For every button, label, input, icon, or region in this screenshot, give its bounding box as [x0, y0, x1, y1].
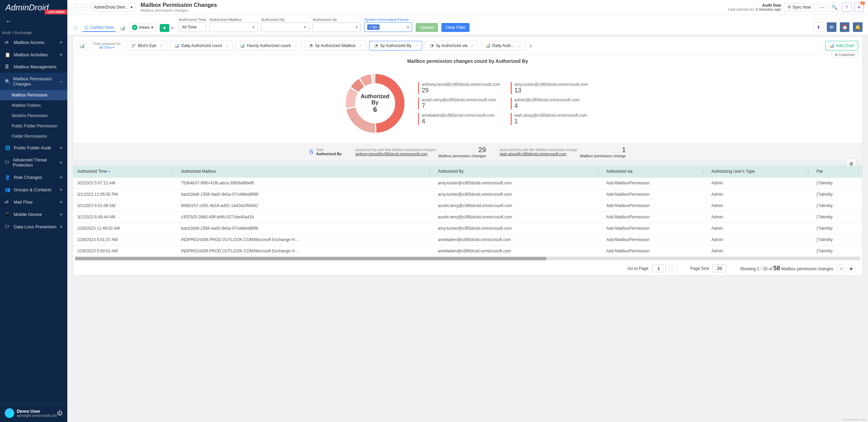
column-header[interactable]: Authorized By⋮ — [434, 166, 602, 178]
sidebar-subitem[interactable]: Folder Permissions — [0, 131, 67, 141]
chart-tab[interactable]: ◔by Authorized Mailbox⤢ — [304, 41, 366, 50]
auth-via-select[interactable]: ▾ — [313, 22, 361, 32]
column-header[interactable]: Authorized Mailbox⋮ — [177, 166, 434, 178]
auth-by-select[interactable]: ▾ — [261, 22, 309, 32]
column-menu-icon[interactable]: ⋮ — [596, 169, 600, 174]
sys-gen-label[interactable]: System-Generated Events — [364, 18, 412, 22]
table-cell: 3/1/2023 6:49:44 AM — [73, 212, 177, 223]
pagesize-input[interactable] — [712, 264, 726, 272]
goto-submit-icon[interactable]: ← — [669, 265, 677, 272]
table-row[interactable]: 2/28/2023 11:49:02 AMbacb2bb8-1558-4ad3-… — [73, 223, 862, 234]
sidebar-item[interactable]: 📱Mobile Device+ — [0, 208, 67, 220]
sidebar-item[interactable]: 🛡Data Loss Prevention+ — [0, 220, 67, 233]
badge: 5 — [860, 1, 865, 5]
min-user-link[interactable]: leah.alsop@o365droid.onmicrosoft.com — [500, 152, 577, 156]
page-prev-icon[interactable]: ◀ — [837, 265, 844, 272]
ai-icon[interactable]: ✦5 — [854, 2, 864, 12]
max-user-link[interactable]: anthony.bond@o365droid.onmicrosoft.com — [356, 152, 436, 156]
sidebar-item[interactable]: 👤Role Changes+ — [0, 171, 67, 183]
help-icon[interactable]: ? — [842, 2, 852, 12]
column-header[interactable]: Par⋮ — [812, 166, 862, 178]
bar-icon[interactable]: 📊 — [120, 25, 125, 31]
caret-down-icon[interactable]: ▾ — [170, 25, 175, 31]
chart-tab[interactable]: ◔by Authorized via⤢ — [425, 41, 478, 50]
sidebar-item[interactable]: 📋Mailbox Activities+ — [0, 48, 67, 61]
sidebar-subitem[interactable]: SendAs Permission — [0, 111, 67, 121]
nav-icon: 📋 — [5, 52, 11, 57]
sidebar-item[interactable]: 🗄Mailbox Management — [0, 61, 67, 73]
sidebar-subitem[interactable]: Mailbox Permission — [0, 90, 67, 100]
nav-label: Mailbox Activities — [14, 52, 48, 57]
alarm-icon[interactable]: ⏰ — [840, 22, 849, 32]
views-dropdown[interactable]: 4 Views ▾ — [129, 23, 156, 32]
column-menu-icon[interactable]: ⋮ — [806, 169, 810, 174]
column-menu-icon[interactable]: ⋮ — [171, 169, 175, 174]
combo-view-tab[interactable]: ◫ Combo View — [82, 24, 116, 32]
bell-icon[interactable]: 🔔 — [853, 22, 863, 32]
horizontal-scrollbar[interactable] — [75, 257, 860, 260]
power-icon[interactable]: ⏻ — [57, 410, 63, 416]
legend-item: anthony.bond@o365droid.onmicrosoft.com29 — [418, 82, 500, 94]
auth-time-select[interactable]: All Time — [179, 22, 206, 32]
customize-button[interactable]: ⚙ Customize — [832, 52, 858, 58]
doc-icon[interactable]: 📄 — [73, 25, 78, 31]
sidebar-item[interactable]: ⇄Mailbox Access+ — [0, 36, 67, 48]
views-count-badge: 4 — [132, 25, 137, 30]
table-row[interactable]: 3/1/2023 6:49:44 AMc3f37b2f-2680-40ff-bf… — [73, 212, 862, 223]
column-header[interactable]: Authorized Time▾⋮ — [73, 166, 177, 178]
mail-icon[interactable]: ✉ — [827, 22, 836, 32]
download-icon[interactable]: ⬇ — [814, 22, 823, 32]
nav-icon: ⇄ — [5, 199, 11, 205]
org-selector[interactable]: AdminDroid Dem… ▾ — [91, 3, 136, 11]
nav-back-icon[interactable]: ‹ — [71, 4, 78, 11]
chart-type-icon[interactable]: 📊 — [77, 41, 87, 50]
table-row[interactable]: 3/1/2023 12:05:50 PMbacb2bb8-1558-4ad3-9… — [73, 189, 862, 200]
nav-forward-icon[interactable]: › — [81, 4, 88, 11]
sync-now-button[interactable]: ⟳ Sync Now — [784, 3, 815, 11]
expand-icon: + — [60, 145, 63, 150]
tabs-next-icon[interactable]: › — [528, 42, 533, 49]
chart-tab-icon: ◔ — [429, 43, 434, 48]
table-row[interactable]: 2/28/2023 5:01:07 AMINDPR01A009.PROD.OUT… — [73, 234, 862, 246]
total-count: 6 — [309, 148, 313, 156]
search-icon[interactable]: 🔍 — [830, 2, 839, 12]
add-chart-button[interactable]: 📊 Add Chart — [825, 41, 858, 50]
sidebar-subitem[interactable]: Public Folder Permission — [0, 121, 67, 131]
scrollbar-thumb[interactable] — [75, 257, 546, 260]
table-row[interactable]: 3/1/2023 6:51:06 AM6fd60157-c091-4b18-ad… — [73, 200, 862, 212]
chart-tab-icon: ◔ — [374, 43, 379, 48]
sidebar-item[interactable]: 🛡Advanced Threat Protection+ — [0, 154, 67, 171]
table-cell: {"Identity — [812, 200, 862, 212]
column-header[interactable]: Authorizing User's Type⋮ — [707, 166, 812, 178]
column-menu-icon[interactable]: ⋮ — [701, 169, 705, 174]
chart-tab[interactable]: 📊Daily Authorized count⤢ — [170, 41, 233, 50]
chart-tab[interactable]: 🕊Bird's Eye⤢ — [127, 41, 167, 50]
chart-tab[interactable]: 📊Daily Auth…⤢ — [481, 41, 526, 50]
more-button[interactable]: ⋯ — [818, 3, 827, 12]
column-menu-icon[interactable]: ⋮ — [856, 169, 860, 174]
sidebar-item[interactable]: 🔍Mailbox Permission Changes– — [0, 73, 67, 90]
chart-tab[interactable]: ◔by Authorized By⤢ — [369, 41, 422, 50]
sidebar-item[interactable]: ⇄Mail Flow+ — [0, 196, 67, 208]
column-menu-icon[interactable]: ⋮ — [428, 169, 432, 174]
nav-label: Role Changes — [14, 175, 42, 180]
chart-tab[interactable]: 📊Hourly Authorized count⤢ — [236, 41, 301, 50]
sidebar-item[interactable]: 🌐Public Folder Audit+ — [0, 141, 67, 154]
sidebar-subitem[interactable]: Mailbox Folders — [0, 100, 67, 111]
clear-filter-button[interactable]: Clear Filter — [441, 23, 470, 32]
filter-chip-no[interactable]: × No — [367, 24, 380, 30]
expand-icon: + — [60, 187, 63, 192]
chart-summary: 6 Total Authorized By Authorized By with… — [73, 143, 862, 161]
filter-funnel-button[interactable]: ▼ — [160, 24, 170, 32]
auth-mailbox-select[interactable]: ▾ — [210, 22, 258, 32]
table-row[interactable]: 3/2/2023 5:07:21 AM753b4b37-f890-41fb-ad… — [73, 178, 862, 189]
goto-page-input[interactable] — [652, 264, 666, 272]
column-header[interactable]: Authorized via⋮ — [602, 166, 707, 178]
back-icon[interactable]: ← — [0, 14, 67, 29]
audit-data-label: Audit Data — [728, 3, 781, 7]
page-next-icon[interactable]: ▶ — [848, 265, 855, 272]
sys-gen-select[interactable]: × No ▾ — [364, 22, 412, 32]
sidebar-item[interactable]: 👥Groups & Contacts+ — [0, 183, 67, 196]
chart-title: Mailbox permission changes count by Auth… — [73, 55, 862, 67]
table-row[interactable]: 2/28/2023 5:00:01 AMINDPR01A009.PROD.OUT… — [73, 246, 862, 257]
